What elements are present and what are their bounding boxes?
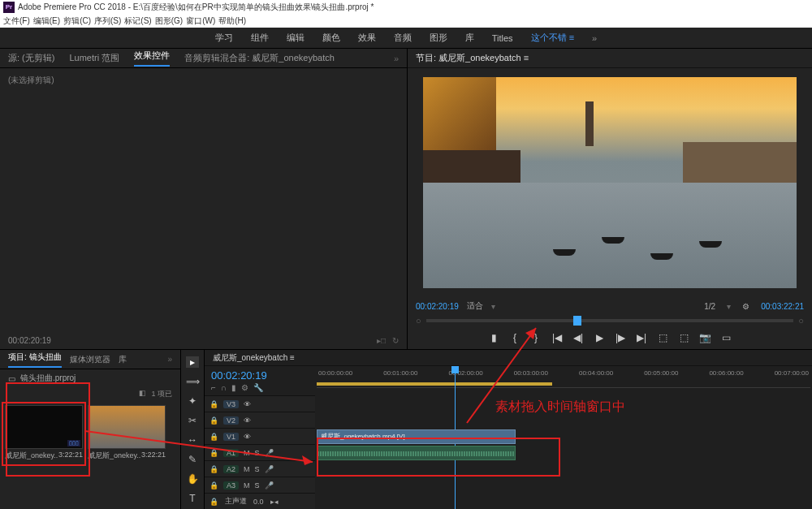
duration: 00:03:22:21 bbox=[761, 302, 804, 311]
ws-custom[interactable]: 这个不错 ≡ bbox=[531, 32, 574, 44]
transport-controls: ▮ { } |◀ ◀| ▶ |▶ ▶| ⬚ ⬚ 📷 ▭ bbox=[408, 326, 812, 349]
tab-source[interactable]: 源: (无剪辑) bbox=[8, 52, 54, 64]
project-thumbs: ▯▯▯ 威尼斯_onekey..3:22:21 威尼斯_onekey..3:22… bbox=[0, 400, 180, 468]
zoom-fit[interactable]: 适合 bbox=[467, 300, 483, 312]
ws-audio[interactable]: 音频 bbox=[394, 32, 412, 44]
selection-tool[interactable]: ▸ bbox=[186, 356, 199, 368]
master-track: 🔒主声道0.0▸◂ bbox=[205, 493, 315, 509]
goto-out-icon[interactable]: ▶| bbox=[636, 332, 647, 343]
program-monitor bbox=[408, 68, 812, 297]
program-info: 00:02:20:19 适合▾ 1/2▾ ⚙ 00:03:22:21 bbox=[408, 297, 812, 315]
settings-icon[interactable]: ⚙ bbox=[241, 383, 248, 392]
ws-assembly[interactable]: 组件 bbox=[251, 32, 269, 44]
menu-file[interactable]: 文件(F) bbox=[3, 15, 30, 27]
tab-audio-mixer[interactable]: 音频剪辑混合器: 威尼斯_onekeybatch bbox=[184, 52, 335, 64]
step-back-icon[interactable]: ◀| bbox=[572, 332, 584, 343]
pen-tool[interactable]: ✎ bbox=[186, 454, 199, 465]
play-icon[interactable]: ▶ bbox=[594, 332, 605, 343]
track-a2: 🔒A2MS🎤 bbox=[205, 460, 315, 477]
scrub-track[interactable] bbox=[426, 319, 794, 322]
menu-window[interactable]: 窗口(W) bbox=[186, 15, 215, 27]
out-icon[interactable]: } bbox=[530, 332, 542, 343]
menu-clip[interactable]: 剪辑(C) bbox=[63, 15, 91, 27]
resolution[interactable]: 1/2 bbox=[704, 302, 715, 311]
program-scrubber: ○ ○ bbox=[408, 315, 812, 326]
menu-graphic[interactable]: 图形(G) bbox=[155, 15, 183, 27]
program-title: 节目: 威尼斯_onekeybatch ≡ bbox=[408, 49, 812, 68]
settings-icon[interactable]: ⚙ bbox=[742, 302, 749, 311]
slip-tool[interactable]: ↔ bbox=[186, 434, 199, 446]
scrub-head[interactable] bbox=[573, 316, 581, 326]
tab-project[interactable]: 项目: 镜头扭曲 bbox=[8, 352, 62, 368]
type-tool[interactable]: T bbox=[186, 493, 199, 504]
tab-effect-controls[interactable]: 效果控件 bbox=[134, 50, 170, 67]
video-clip[interactable]: 威尼斯_onekeybatch.mp4 [V] bbox=[317, 429, 516, 444]
ws-more[interactable]: » bbox=[592, 33, 597, 43]
clip-thumb-2[interactable]: 威尼斯_onekey..3:22:21 bbox=[88, 405, 166, 463]
snapshot-icon[interactable]: 📷 bbox=[699, 332, 710, 343]
in-icon[interactable]: { bbox=[509, 332, 520, 343]
track-v3: 🔒V3👁 bbox=[205, 395, 315, 412]
hand-tool[interactable]: ✋ bbox=[186, 473, 199, 485]
menu-bar: 文件(F) 编辑(E) 剪辑(C) 序列(S) 标记(S) 图形(G) 窗口(W… bbox=[0, 14, 812, 28]
menu-marker[interactable]: 标记(S) bbox=[124, 15, 151, 27]
ws-color[interactable]: 颜色 bbox=[322, 32, 340, 44]
tab-lib[interactable]: 库 bbox=[119, 354, 127, 365]
filter-icon[interactable]: ◧ bbox=[139, 389, 146, 399]
extract-icon[interactable]: ⬚ bbox=[678, 332, 689, 343]
tool-palette: ▸ ⟹ ✦ ✂ ↔ ✎ ✋ T bbox=[180, 350, 205, 509]
app-root: Pr Adobe Premiere Pro CC 2018 - E:\百度经验\… bbox=[0, 0, 812, 509]
ws-edit[interactable]: 编辑 bbox=[287, 32, 304, 44]
ws-titles[interactable]: Titles bbox=[492, 33, 513, 43]
work-area-bar[interactable] bbox=[317, 382, 552, 386]
tab-lumetri[interactable]: Lumetri 范围 bbox=[69, 52, 119, 64]
program-panel: 节目: 威尼斯_onekeybatch ≡ 00:02:20:19 适合▾ 1/… bbox=[408, 49, 812, 349]
ws-library[interactable]: 库 bbox=[465, 32, 474, 44]
marker-icon[interactable]: ▮ bbox=[488, 332, 499, 343]
goto-in-icon[interactable]: |◀ bbox=[551, 332, 563, 343]
source-timecode: 00:02:20:19 bbox=[8, 336, 51, 345]
mid-row: 源: (无剪辑) Lumetri 范围 效果控件 音频剪辑混合器: 威尼斯_on… bbox=[0, 49, 812, 349]
lift-icon[interactable]: ⬚ bbox=[657, 332, 668, 343]
wrench-icon[interactable]: 🔧 bbox=[253, 383, 263, 392]
project-panel: 项目: 镜头扭曲 媒体浏览器 库 » ▭镜头扭曲.prproj ◧1 项已 ▯▯… bbox=[0, 350, 180, 509]
proj-more[interactable]: » bbox=[167, 355, 172, 364]
snap-icon[interactable]: ⌐ bbox=[211, 383, 216, 392]
no-clip-hint: (未选择剪辑) bbox=[0, 68, 407, 93]
menu-edit[interactable]: 编辑(E) bbox=[33, 15, 60, 27]
link-icon[interactable]: ∩ bbox=[221, 383, 227, 392]
workspace-tabs: 学习 组件 编辑 颜色 效果 音频 图形 库 Titles 这个不错 ≡ » bbox=[0, 28, 812, 49]
track-a3: 🔒A3MS🎤 bbox=[205, 477, 315, 493]
razor-tool[interactable]: ✂ bbox=[186, 415, 199, 426]
source-panel: 源: (无剪辑) Lumetri 范围 效果控件 音频剪辑混合器: 威尼斯_on… bbox=[0, 49, 408, 349]
menu-sequence[interactable]: 序列(S) bbox=[94, 15, 121, 27]
bottom-row: 项目: 镜头扭曲 媒体浏览器 库 » ▭镜头扭曲.prproj ◧1 项已 ▯▯… bbox=[0, 349, 812, 509]
time-ruler[interactable]: 00:00:00:00 00:01:00:00 00:02:00:00 00:0… bbox=[315, 366, 812, 395]
track-content[interactable]: 威尼斯_onekeybatch.mp4 [V] bbox=[315, 395, 812, 509]
src-icon2[interactable]: ↻ bbox=[392, 336, 399, 345]
ws-graphics[interactable]: 图形 bbox=[430, 32, 447, 44]
sequence-name[interactable]: 威尼斯_onekeybatch ≡ bbox=[205, 350, 812, 366]
export-frame-icon[interactable]: ▭ bbox=[720, 332, 732, 343]
app-icon: Pr bbox=[3, 2, 15, 13]
source-footer: 00:02:20:19 ▸□↻ bbox=[0, 331, 407, 349]
ripple-tool[interactable]: ✦ bbox=[186, 395, 199, 407]
panel-more[interactable]: » bbox=[394, 54, 399, 63]
src-icon1[interactable]: ▸□ bbox=[377, 336, 386, 345]
step-fwd-icon[interactable]: |▶ bbox=[615, 332, 626, 343]
menu-help[interactable]: 帮助(H) bbox=[218, 15, 246, 27]
tracks: 🔒V3👁 🔒V2👁 🔒V1👁 🔒A1MS🎤 🔒A2MS🎤 🔒A3MS🎤 🔒主声道… bbox=[205, 395, 812, 509]
title-bar: Pr Adobe Premiere Pro CC 2018 - E:\百度经验\… bbox=[0, 0, 812, 14]
ws-learn[interactable]: 学习 bbox=[215, 32, 233, 44]
marker-icon[interactable]: ▮ bbox=[231, 383, 236, 392]
project-name: ▭镜头扭曲.prproj bbox=[0, 369, 180, 387]
audio-clip[interactable] bbox=[317, 446, 516, 460]
clip-thumb-1[interactable]: ▯▯▯ 威尼斯_onekey..3:22:21 bbox=[5, 405, 83, 463]
track-select-tool[interactable]: ⟹ bbox=[186, 376, 199, 387]
track-v1: 🔒V1👁 bbox=[205, 428, 315, 444]
tab-media-browser[interactable]: 媒体浏览器 bbox=[70, 354, 110, 365]
ws-effects[interactable]: 效果 bbox=[358, 32, 376, 44]
video-frame bbox=[423, 77, 797, 288]
timeline-timecode[interactable]: 00:02:20:19 bbox=[211, 369, 309, 382]
program-timecode[interactable]: 00:02:20:19 bbox=[416, 302, 459, 311]
